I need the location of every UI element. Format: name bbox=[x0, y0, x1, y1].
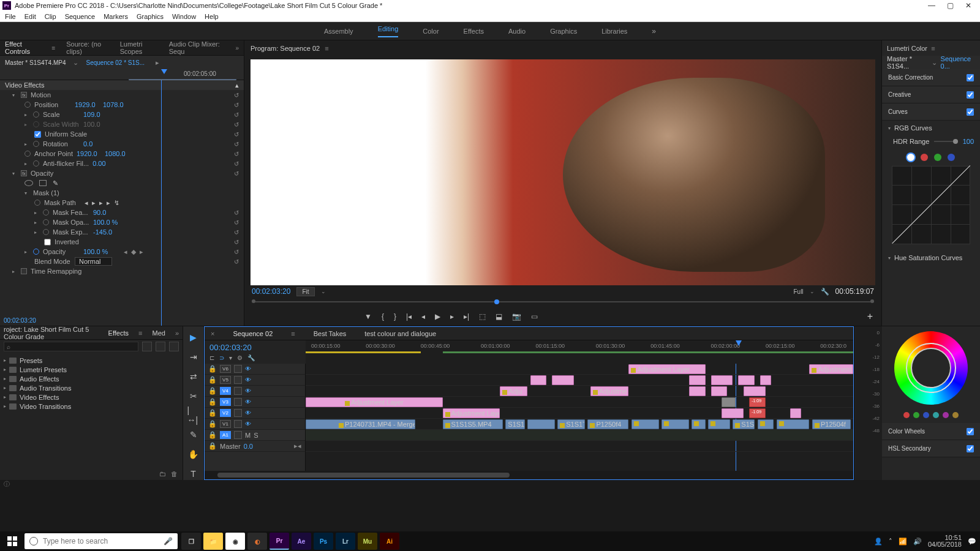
mask-opacity-value[interactable]: 100.0 % bbox=[93, 219, 118, 226]
lock-icon[interactable]: 🔒 bbox=[208, 409, 217, 417]
lumetri-sequence[interactable]: Sequence 0... bbox=[941, 55, 975, 70]
tab-source[interactable]: Source: (no clips) bbox=[66, 40, 108, 55]
wifi-icon[interactable]: 📶 bbox=[899, 538, 907, 545]
tree-audio-effects[interactable]: ▸Audio Effects bbox=[4, 374, 179, 383]
rgb-green-icon[interactable] bbox=[934, 154, 941, 161]
clip[interactable] bbox=[711, 375, 733, 385]
rect-mask-icon[interactable] bbox=[39, 180, 47, 186]
rotation-value[interactable]: 0.0 bbox=[83, 140, 108, 148]
timeline-playhead-icon[interactable] bbox=[736, 340, 742, 346]
stopwatch-icon[interactable] bbox=[33, 141, 39, 147]
mask-next-icon[interactable]: ▸ bbox=[107, 199, 110, 207]
mark-out-icon[interactable]: } bbox=[394, 312, 396, 321]
tab-audio-mixer[interactable]: Audio Clip Mixer: Sequ bbox=[169, 40, 225, 55]
twirl-icon[interactable]: ▸ bbox=[24, 112, 29, 118]
tab-lumetri-color[interactable]: Lumetri Color bbox=[887, 45, 927, 52]
collapse-icon[interactable]: ▴ bbox=[235, 81, 239, 89]
clip-video[interactable] bbox=[708, 419, 730, 429]
people-icon[interactable]: 👤 bbox=[874, 538, 883, 545]
swatch-cyan-icon[interactable] bbox=[933, 412, 939, 418]
ws-overflow-icon[interactable]: » bbox=[652, 27, 656, 36]
timeline-settings-icon[interactable]: ⚙ bbox=[237, 354, 243, 361]
antiflicker-value[interactable]: 0.00 bbox=[92, 160, 117, 167]
section-curves[interactable]: Curves bbox=[882, 103, 980, 121]
yuv-fx-icon[interactable] bbox=[169, 342, 179, 351]
effects-search-input[interactable]: ⌕ bbox=[4, 342, 138, 351]
pen-mask-icon[interactable]: ✎ bbox=[53, 179, 58, 187]
clip[interactable] bbox=[689, 386, 706, 396]
lock-icon[interactable]: 🔒 bbox=[208, 398, 217, 406]
stopwatch-icon[interactable] bbox=[33, 111, 39, 118]
close-button[interactable]: ✕ bbox=[959, 1, 978, 10]
clip-video[interactable]: S1S4 bbox=[733, 419, 755, 429]
lock-icon[interactable]: 🔒 bbox=[208, 387, 217, 395]
reset-icon[interactable]: ↺ bbox=[234, 102, 239, 108]
rgb-white-icon[interactable] bbox=[907, 154, 914, 161]
tab-test-colour[interactable]: test colour and dialogue bbox=[364, 330, 436, 337]
program-viewer[interactable] bbox=[251, 59, 875, 285]
reset-icon[interactable]: ↺ bbox=[234, 229, 239, 236]
premiere-icon[interactable]: Pr bbox=[270, 533, 289, 550]
track-select-tool-icon[interactable]: ⇥ bbox=[187, 351, 200, 363]
wheels-toggle[interactable] bbox=[967, 428, 974, 435]
eye-icon[interactable]: 👁 bbox=[245, 421, 251, 427]
clip-video[interactable] bbox=[527, 419, 555, 429]
settings-icon[interactable]: 🔧 bbox=[821, 288, 829, 296]
sync-lock-icon[interactable] bbox=[234, 431, 242, 439]
scale-value[interactable]: 109.0 bbox=[83, 111, 108, 118]
timeline-timecode[interactable]: 00:02:03:20 bbox=[209, 343, 301, 352]
sync-lock-icon[interactable] bbox=[234, 387, 242, 395]
reset-icon[interactable]: ↺ bbox=[234, 111, 239, 118]
delete-icon[interactable]: 🗑 bbox=[171, 470, 178, 478]
eye-icon[interactable]: 👁 bbox=[245, 399, 251, 405]
clip-video[interactable] bbox=[777, 419, 810, 429]
type-tool-icon[interactable]: T bbox=[187, 468, 200, 480]
opacity-label[interactable]: Opacity bbox=[31, 170, 67, 177]
panel-menu-icon[interactable]: ≡ bbox=[138, 329, 142, 337]
stopwatch-icon[interactable] bbox=[43, 209, 49, 216]
hue-saturation-wheel[interactable] bbox=[894, 331, 968, 405]
ec-play-icon[interactable]: ▸ bbox=[156, 59, 159, 67]
twirl-icon[interactable]: ▸ bbox=[34, 230, 39, 235]
eye-icon[interactable]: 👁 bbox=[245, 365, 251, 372]
razor-tool-icon[interactable]: ✂ bbox=[187, 390, 200, 402]
clip-video[interactable] bbox=[692, 419, 705, 429]
stopwatch-icon[interactable] bbox=[24, 151, 31, 157]
taskbar-search[interactable]: 🎤 bbox=[24, 533, 178, 549]
twirl-icon[interactable]: ▸ bbox=[24, 161, 29, 167]
track-a1[interactable]: A1 bbox=[220, 431, 231, 439]
scrub-end-icon[interactable] bbox=[870, 299, 874, 303]
time-remap-label[interactable]: Time Remapping bbox=[31, 268, 81, 275]
uniform-scale-checkbox[interactable] bbox=[34, 131, 41, 138]
explorer-icon[interactable]: 📁 bbox=[203, 533, 223, 550]
muse-icon[interactable]: Mu bbox=[358, 533, 377, 550]
clip[interactable] bbox=[689, 375, 706, 385]
fx-badge-icon[interactable] bbox=[21, 268, 27, 274]
clip-adjustment[interactable]: Adjustme bbox=[590, 386, 629, 396]
stopwatch-icon[interactable] bbox=[43, 229, 49, 235]
panel-menu-icon[interactable]: ≡ bbox=[325, 45, 328, 52]
ec-master-clip[interactable]: Master * S1S4T4.MP4 bbox=[5, 59, 66, 66]
hdr-slider[interactable] bbox=[934, 141, 957, 142]
task-view-icon[interactable]: ❐ bbox=[181, 533, 201, 550]
ws-audio[interactable]: Audio bbox=[508, 28, 526, 35]
clip[interactable] bbox=[760, 375, 771, 385]
notifications-icon[interactable]: 💬 bbox=[968, 538, 976, 545]
menu-clip[interactable]: Clip bbox=[45, 13, 56, 20]
ec-timecode[interactable]: 00:02:03:20 bbox=[4, 315, 36, 326]
panel-menu-icon[interactable]: ≡ bbox=[931, 45, 935, 52]
reset-icon[interactable]: ↺ bbox=[234, 219, 239, 226]
work-area-bar[interactable] bbox=[306, 351, 421, 353]
swatch-red-icon[interactable] bbox=[903, 412, 910, 418]
clip-offset[interactable]: -1:09 bbox=[749, 408, 766, 418]
lumetri-master[interactable]: Master * S1S4... bbox=[887, 55, 928, 70]
track-v4[interactable]: V4 bbox=[220, 387, 231, 395]
track-master[interactable]: Master bbox=[220, 443, 241, 450]
scrub-playhead-icon[interactable] bbox=[494, 299, 499, 304]
clip[interactable] bbox=[530, 375, 547, 385]
32bit-fx-icon[interactable] bbox=[156, 342, 165, 351]
timeline-close-icon[interactable]: × bbox=[211, 330, 214, 337]
menu-file[interactable]: File bbox=[5, 13, 16, 20]
hsl-toggle[interactable] bbox=[967, 445, 974, 452]
clip[interactable] bbox=[744, 386, 766, 396]
